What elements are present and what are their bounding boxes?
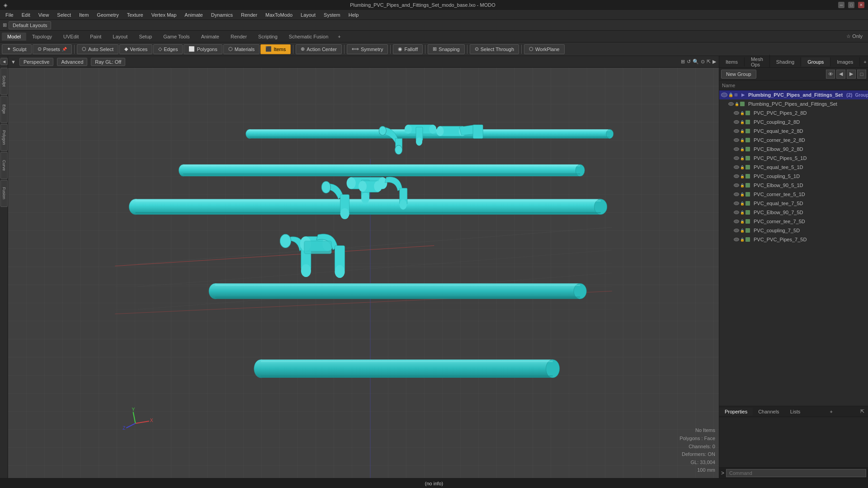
tree-item-2[interactable]: 🔒 PVC_coupling_2_8D xyxy=(719,117,868,127)
edges-button[interactable]: ◇ Edges xyxy=(153,44,183,54)
tree-item-5[interactable]: 🔒 PVC_Elbow_90_2_8D xyxy=(719,145,868,154)
actioncenter-button[interactable]: ⊕ Action Center xyxy=(296,44,342,54)
polygons-button[interactable]: ⬜ Polygons xyxy=(184,44,222,54)
scene-tree[interactable]: 🔒 ⊞ ▶ Plumbing_PVC_Pipes_and_Fittings_Se… xyxy=(719,90,868,406)
maximize-button[interactable]: □ xyxy=(848,2,854,8)
menu-animate[interactable]: Animate xyxy=(181,11,206,19)
menu-render[interactable]: Render xyxy=(237,11,261,19)
right-bottom-panel: Properties Channels Lists + ⇱ > xyxy=(719,406,868,478)
falloff-button[interactable]: ◉ Falloff xyxy=(393,44,423,54)
tab-uvedit[interactable]: UVEdit xyxy=(58,33,84,41)
tree-item-12[interactable]: 🔒 PVC_Elbow_90_7_5D xyxy=(719,208,868,217)
presets-button[interactable]: ⊙ Presets 📌 xyxy=(33,44,72,54)
tab-layout[interactable]: Layout xyxy=(107,33,133,41)
sidebar-tab-edge[interactable]: Edge xyxy=(0,96,8,123)
minimize-button[interactable]: ─ xyxy=(838,2,844,8)
rpanel-tab-items[interactable]: Items xyxy=(719,57,745,66)
snapping-button[interactable]: ⊞ Snapping xyxy=(428,44,465,54)
viewport-canvas[interactable]: X Y Z No Items Polygons : Face Channels:… xyxy=(8,68,719,478)
items-button[interactable]: ⬛ Items xyxy=(260,44,291,54)
viewport-icon-2[interactable]: ↺ xyxy=(687,59,691,65)
vertices-button[interactable]: ◆ Vertices xyxy=(119,44,152,54)
menu-texture[interactable]: Texture xyxy=(123,11,147,19)
tree-item-13[interactable]: 🔒 PVC_corner_tee_7_5D xyxy=(719,217,868,226)
menu-dynamics[interactable]: Dynamics xyxy=(208,11,236,19)
tree-item-4[interactable]: 🔒 PVC_corner_tee_2_8D xyxy=(719,136,868,145)
tab-paint[interactable]: Paint xyxy=(85,33,107,41)
viewport[interactable]: ▼ Perspective Advanced Ray GL: Off ⊞ ↺ 🔍… xyxy=(8,56,719,478)
menu-help[interactable]: Help xyxy=(345,11,363,19)
rb-tab-channels[interactable]: Channels xyxy=(753,408,784,416)
rb-tab-add[interactable]: + xyxy=(826,408,836,416)
rb-expand[interactable]: ⇱ xyxy=(857,407,868,416)
menu-edit[interactable]: Edit xyxy=(18,11,34,19)
tab-animate[interactable]: Animate xyxy=(196,33,225,41)
tree-item-0[interactable]: 🔒 Plumbing_PVC_Pipes_and_Fittings_Set xyxy=(719,99,868,108)
rpanel-tab-meshops[interactable]: Mesh Ops xyxy=(745,55,770,69)
tab-render[interactable]: Render xyxy=(225,33,252,41)
selectthrough-button[interactable]: ⊙ Select Through xyxy=(470,44,519,54)
rb-tab-lists[interactable]: Lists xyxy=(785,408,806,416)
menu-geometry[interactable]: Geometry xyxy=(93,11,122,19)
rpanel-add-tab[interactable]: + xyxy=(860,57,868,66)
sidebar-tab-curve[interactable]: Curve xyxy=(0,152,8,179)
tree-item-14[interactable]: 🔒 PVC_coupling_7_5D xyxy=(719,226,868,235)
perspective-button[interactable]: Perspective xyxy=(19,58,53,66)
sculpt-button[interactable]: ✦ Sculpt xyxy=(2,44,32,54)
tree-item-15[interactable]: 🔒 PVC_PVC_Pipes_7_5D xyxy=(719,235,868,244)
tree-item-7[interactable]: 🔒 PVC_equal_tee_5_1D xyxy=(719,163,868,172)
command-input[interactable] xyxy=(726,469,866,477)
tab-schematicfusion[interactable]: Schematic Fusion xyxy=(283,33,334,41)
sidebar-tab-fusion[interactable]: Fusion xyxy=(0,180,8,207)
rpanel-icon-3[interactable]: ▶ xyxy=(847,70,856,79)
viewport-icon-4[interactable]: ⊙ xyxy=(701,59,705,65)
tree-item-3[interactable]: 🔒 PVC_equal_tee_2_8D xyxy=(719,127,868,136)
menu-view[interactable]: View xyxy=(35,11,53,19)
advanced-button[interactable]: Advanced xyxy=(57,58,87,66)
rpanel-tab-images[interactable]: Images xyxy=(830,57,860,66)
rpanel-icon-1[interactable]: 👁 xyxy=(826,70,835,79)
add-tab-button[interactable]: + xyxy=(334,33,344,41)
viewport-settings[interactable]: ▶ xyxy=(712,59,716,65)
materials-button[interactable]: ⬡ Materials xyxy=(223,44,260,54)
rpanel-icon-4[interactable]: □ xyxy=(857,70,866,79)
autoselect-button[interactable]: ⬡ Auto Select xyxy=(77,44,118,54)
tab-model[interactable]: Model xyxy=(2,33,26,41)
rpanel-icon-2[interactable]: ◀ xyxy=(836,70,845,79)
tree-item-6[interactable]: 🔒 PVC_PVC_Pipes_5_1D xyxy=(719,154,868,163)
tree-item-1[interactable]: 🔒 PVC_PVC_Pipes_2_8D xyxy=(719,108,868,117)
rpanel-tab-shading[interactable]: Shading xyxy=(770,57,801,66)
tree-item-10[interactable]: 🔒 PVC_corner_tee_5_1D xyxy=(719,190,868,199)
sidebar-toggle[interactable]: ◀ xyxy=(0,58,8,65)
tree-item-8[interactable]: 🔒 PVC_coupling_5_1D xyxy=(719,172,868,181)
menu-maxtomodo[interactable]: MaxToModo xyxy=(262,11,296,19)
tab-topology[interactable]: Topology xyxy=(27,33,57,41)
sidebar-tab-polygon[interactable]: Polygon xyxy=(0,124,8,151)
right-panel-tabs: Items Mesh Ops Shading Groups Images + ⇱ xyxy=(719,56,868,68)
viewport-icon-1[interactable]: ⊞ xyxy=(681,59,685,65)
menu-layout[interactable]: Layout xyxy=(297,11,319,19)
workplane-button[interactable]: ⬡ WorkPlane xyxy=(524,44,565,54)
tree-item-9[interactable]: 🔒 PVC_Elbow_90_5_1D xyxy=(719,181,868,190)
raygl-button[interactable]: Ray GL: Off xyxy=(91,58,125,66)
tree-item-11[interactable]: 🔒 PVC_equal_tee_7_5D xyxy=(719,199,868,208)
menu-system[interactable]: System xyxy=(320,11,344,19)
viewport-toggle[interactable]: ▼ xyxy=(11,59,16,65)
tab-scripting[interactable]: Scripting xyxy=(253,33,283,41)
rb-tab-properties[interactable]: Properties xyxy=(719,408,753,416)
rpanel-tab-groups[interactable]: Groups xyxy=(801,57,830,66)
symmetry-button[interactable]: ⟺ Symmetry xyxy=(347,44,388,54)
menu-file[interactable]: File xyxy=(2,11,17,19)
tab-setup[interactable]: Setup xyxy=(133,33,157,41)
layout-selector[interactable]: Default Layouts xyxy=(9,21,51,29)
viewport-expand[interactable]: ⇱ xyxy=(707,59,711,65)
tree-group-root[interactable]: 🔒 ⊞ ▶ Plumbing_PVC_Pipes_and_Fittings_Se… xyxy=(719,90,868,99)
menu-item[interactable]: Item xyxy=(75,11,92,19)
new-group-button[interactable]: New Group xyxy=(721,70,756,79)
menu-select[interactable]: Select xyxy=(53,11,75,19)
viewport-icon-3[interactable]: 🔍 xyxy=(693,59,699,65)
tab-gametools[interactable]: Game Tools xyxy=(158,33,195,41)
menu-vertexmap[interactable]: Vertex Map xyxy=(148,11,180,19)
sidebar-tab-sculpt[interactable]: Sculpt xyxy=(0,68,8,95)
close-button[interactable]: ✕ xyxy=(858,2,864,8)
